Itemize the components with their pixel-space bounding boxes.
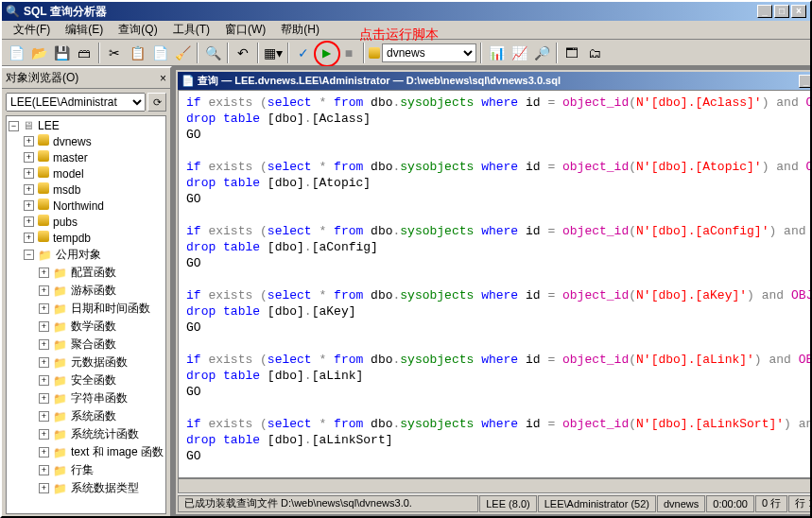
clear-button[interactable]: 🧹 bbox=[172, 43, 193, 63]
expand-icon[interactable]: + bbox=[39, 393, 49, 404]
cut-button[interactable]: ✂ bbox=[104, 43, 125, 63]
menu-edit[interactable]: 编辑(E) bbox=[58, 20, 111, 40]
menu-query[interactable]: 查询(Q) bbox=[111, 20, 164, 40]
new-query-button[interactable]: 📄 bbox=[6, 43, 26, 63]
refresh-button[interactable]: ⟳ bbox=[147, 93, 166, 112]
server-icon: 🖥 bbox=[23, 119, 34, 132]
sql-editor[interactable]: if exists (select * from dbo.sysobjects … bbox=[178, 90, 812, 478]
tree-folder[interactable]: +📁游标函数 bbox=[9, 282, 164, 300]
tree-database[interactable]: +pubs bbox=[9, 214, 164, 230]
folder-icon: 📁 bbox=[53, 320, 67, 334]
folder-icon: 📁 bbox=[53, 374, 67, 388]
menu-file[interactable]: 文件(F) bbox=[6, 20, 58, 40]
object-browser-button[interactable]: 🗂 bbox=[584, 43, 605, 63]
expand-icon[interactable]: + bbox=[39, 303, 49, 314]
expand-icon[interactable]: + bbox=[24, 233, 34, 243]
expand-icon[interactable]: + bbox=[24, 152, 34, 163]
folder-icon: 📁 bbox=[53, 446, 67, 459]
mode-button[interactable]: ▦▾ bbox=[263, 43, 284, 63]
expand-icon[interactable]: + bbox=[24, 216, 34, 227]
tree-database[interactable]: +Northwind bbox=[9, 198, 164, 214]
expand-icon[interactable]: + bbox=[39, 447, 49, 458]
tree-label: 游标函数 bbox=[71, 283, 116, 299]
expand-icon[interactable]: + bbox=[24, 200, 34, 211]
menu-help[interactable]: 帮助(H) bbox=[273, 20, 327, 40]
expand-icon[interactable]: + bbox=[39, 357, 49, 368]
status-rows: 0 行 bbox=[755, 495, 787, 512]
tree-folder[interactable]: +📁字符串函数 bbox=[9, 389, 164, 407]
sidebar-close-button[interactable]: × bbox=[160, 72, 166, 85]
tree-folder[interactable]: +📁配置函数 bbox=[9, 264, 164, 282]
tree-database[interactable]: +master bbox=[9, 149, 164, 165]
tree-root[interactable]: − 🖥 LEE bbox=[9, 118, 164, 133]
database-icon bbox=[38, 182, 49, 197]
tree-folder[interactable]: +📁安全函数 bbox=[9, 371, 164, 389]
tree-database[interactable]: +dvnews bbox=[9, 133, 164, 149]
horizontal-scrollbar[interactable] bbox=[178, 478, 812, 493]
expand-icon[interactable]: + bbox=[39, 411, 49, 422]
expand-icon[interactable]: + bbox=[39, 268, 49, 278]
object-tree[interactable]: − 🖥 LEE +dvnews+master+model+msdb+Northw… bbox=[6, 115, 166, 514]
tree-folder[interactable]: +📁行集 bbox=[9, 461, 164, 479]
parse-button[interactable]: ✓ bbox=[293, 43, 314, 63]
menu-tools[interactable]: 工具(T) bbox=[165, 20, 217, 40]
save-button[interactable]: 💾 bbox=[51, 43, 72, 63]
folder-icon: 📁 bbox=[53, 392, 67, 406]
tree-label: 聚合函数 bbox=[71, 337, 116, 353]
expand-icon[interactable]: + bbox=[39, 339, 49, 350]
find-button[interactable]: 🔍 bbox=[202, 43, 223, 63]
tree-folder[interactable]: +📁系统函数 bbox=[9, 407, 164, 425]
collapse-icon[interactable]: − bbox=[24, 250, 34, 260]
tree-folder[interactable]: +📁系统统计函数 bbox=[9, 425, 164, 443]
annotation-text: 点击运行脚本 bbox=[359, 26, 439, 43]
tree-label: 元数据函数 bbox=[71, 354, 128, 371]
separator bbox=[98, 43, 100, 63]
expand-icon[interactable]: + bbox=[24, 168, 34, 179]
paste-button[interactable]: 📄 bbox=[149, 43, 170, 63]
expand-icon[interactable]: + bbox=[39, 285, 49, 296]
tree-folder[interactable]: +📁系统数据类型 bbox=[9, 479, 164, 497]
query-minimize-button[interactable]: _ bbox=[799, 75, 812, 88]
expand-icon[interactable]: + bbox=[39, 465, 49, 475]
tree-folder[interactable]: +📁日期和时间函数 bbox=[9, 300, 164, 318]
window-button[interactable]: 🗔 bbox=[561, 43, 582, 63]
expand-icon[interactable]: + bbox=[39, 321, 49, 332]
database-select[interactable]: dvnews bbox=[382, 43, 476, 62]
app-icon: 🔍 bbox=[6, 5, 20, 18]
tree-database[interactable]: +msdb bbox=[9, 181, 164, 198]
expand-icon[interactable]: + bbox=[39, 375, 49, 386]
tree-common-objects[interactable]: − 📁 公用对象 bbox=[9, 246, 164, 264]
copy-button[interactable]: 📋 bbox=[127, 43, 147, 63]
expand-icon[interactable]: + bbox=[39, 483, 49, 493]
plan-button[interactable]: 📊 bbox=[486, 43, 507, 63]
folder-icon: 📁 bbox=[53, 302, 67, 316]
maximize-button[interactable]: □ bbox=[774, 5, 789, 18]
expand-icon[interactable]: + bbox=[24, 136, 34, 147]
tree-database[interactable]: +model bbox=[9, 165, 164, 181]
close-button[interactable]: × bbox=[791, 5, 806, 18]
tree-database[interactable]: +tempdb bbox=[9, 230, 164, 246]
menu-window[interactable]: 窗口(W) bbox=[217, 20, 273, 40]
tree-label: master bbox=[53, 151, 88, 164]
tree-label: 数学函数 bbox=[71, 319, 116, 335]
window-title: SQL 查询分析器 bbox=[24, 4, 757, 20]
expand-icon[interactable]: + bbox=[39, 429, 49, 440]
tree-folder[interactable]: +📁text 和 image 函数 bbox=[9, 443, 164, 461]
folder-icon: 📁 bbox=[53, 428, 67, 441]
minimize-button[interactable]: _ bbox=[757, 5, 772, 18]
expand-icon[interactable]: + bbox=[24, 184, 34, 195]
execute-button[interactable]: ▶ bbox=[316, 43, 337, 63]
undo-button[interactable]: ↶ bbox=[233, 43, 253, 63]
index-button[interactable]: 🔎 bbox=[531, 43, 552, 63]
server-select[interactable]: LEE(LEE\Administrat bbox=[6, 93, 146, 112]
separator bbox=[287, 43, 289, 63]
open-button[interactable]: 📂 bbox=[28, 43, 49, 63]
tree-folder[interactable]: +📁聚合函数 bbox=[9, 336, 164, 354]
collapse-icon[interactable]: − bbox=[9, 121, 19, 131]
trace-button[interactable]: 📈 bbox=[509, 43, 529, 63]
tree-folder[interactable]: +📁元数据函数 bbox=[9, 354, 164, 371]
stop-button[interactable]: ■ bbox=[338, 43, 359, 63]
status-server: LEE (8.0) bbox=[479, 495, 536, 512]
save-all-button[interactable]: 🗃 bbox=[74, 43, 95, 63]
tree-folder[interactable]: +📁数学函数 bbox=[9, 318, 164, 336]
